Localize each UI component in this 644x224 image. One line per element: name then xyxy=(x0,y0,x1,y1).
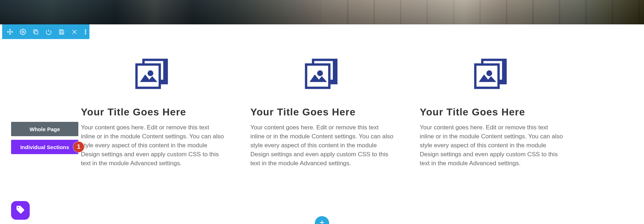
more-icon[interactable] xyxy=(82,27,89,37)
image-stack-icon xyxy=(250,54,394,94)
image-stack-icon xyxy=(81,54,225,94)
blurb-title[interactable]: Your Title Goes Here xyxy=(250,106,394,118)
gear-icon[interactable] xyxy=(18,27,28,37)
individual-sections-button[interactable]: Individual Sections 1 xyxy=(11,140,78,154)
blurb-module[interactable]: Your Title Goes Here Your content goes h… xyxy=(420,52,564,168)
section-toolbar xyxy=(2,24,89,39)
ticket-icon xyxy=(16,205,25,216)
blurb-module[interactable]: Your Title Goes Here Your content goes h… xyxy=(250,52,394,168)
svg-point-0 xyxy=(22,31,24,33)
ticket-button[interactable] xyxy=(11,201,30,220)
blurb-title[interactable]: Your Title Goes Here xyxy=(81,106,225,118)
svg-rect-2 xyxy=(60,32,63,34)
power-icon[interactable] xyxy=(44,27,54,37)
duplicate-icon[interactable] xyxy=(31,27,41,37)
blurb-body[interactable]: Your content goes here. Edit or remove t… xyxy=(250,123,394,168)
move-icon[interactable] xyxy=(5,27,15,37)
svg-point-5 xyxy=(85,33,86,34)
plus-icon xyxy=(319,219,325,224)
save-icon[interactable] xyxy=(57,27,67,37)
blurb-body[interactable]: Your content goes here. Edit or remove t… xyxy=(81,123,225,168)
whole-page-button[interactable]: Whole Page xyxy=(11,122,78,136)
blurb-body[interactable]: Your content goes here. Edit or remove t… xyxy=(420,123,564,168)
svg-point-4 xyxy=(85,31,86,32)
individual-sections-label: Individual Sections xyxy=(20,144,69,150)
hero-background xyxy=(0,0,644,24)
add-section-button[interactable] xyxy=(315,216,329,224)
blurb-title[interactable]: Your Title Goes Here xyxy=(420,106,564,118)
content-row: Your Title Goes Here Your content goes h… xyxy=(81,52,564,168)
side-tabs: Whole Page Individual Sections 1 xyxy=(11,122,78,154)
image-stack-icon xyxy=(420,54,564,94)
svg-rect-1 xyxy=(35,31,38,34)
blurb-module[interactable]: Your Title Goes Here Your content goes h… xyxy=(81,52,225,168)
step-badge: 1 xyxy=(73,142,84,152)
whole-page-label: Whole Page xyxy=(29,126,60,132)
svg-point-3 xyxy=(85,29,86,30)
close-icon[interactable] xyxy=(69,27,79,37)
